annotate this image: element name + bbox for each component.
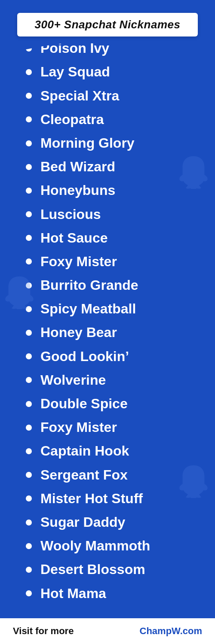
main-container: 300+ Snapchat Nicknames Heart SlayerPois… — [0, 0, 215, 644]
bullet-icon — [26, 330, 32, 336]
bullet-icon — [26, 472, 32, 478]
bullet-icon — [26, 543, 32, 549]
list-item: Bed Wizard — [26, 155, 198, 179]
bullet-icon — [26, 495, 32, 501]
footer: Visit for more ChampW.com — [0, 618, 215, 644]
list-item: Sergeant Fox — [26, 463, 198, 487]
bullet-icon — [26, 425, 32, 431]
nickname-text: Hot Mama — [40, 584, 106, 603]
bullet-icon — [26, 211, 32, 217]
nickname-text: Captain Hook — [40, 442, 129, 460]
list-item: Captain Hook — [26, 439, 198, 463]
footer-visit-label: Visit for more — [13, 626, 74, 637]
nickname-text: Special Xtra — [40, 87, 119, 105]
list-item: Wooly Mammoth — [26, 534, 198, 558]
bullet-icon — [26, 116, 32, 122]
snapchat-ghost-right — [176, 155, 211, 189]
list-item: Sugar Daddy — [26, 510, 198, 534]
banner-title: 300+ Snapchat Nicknames — [35, 18, 181, 31]
list-item: Foxy Mister — [26, 416, 198, 439]
bullet-icon — [26, 188, 32, 194]
list-item: Hot Sauce — [26, 226, 198, 250]
ribbon-banner: 300+ Snapchat Nicknames — [17, 13, 198, 36]
nickname-text: Wolverine — [40, 371, 106, 389]
nickname-text: Burrito Grande — [40, 276, 138, 295]
nickname-text: Bed Wizard — [40, 158, 115, 176]
bullet-icon — [26, 377, 32, 383]
list-item: Foxy Mister — [26, 250, 198, 273]
snapchat-ghost-right2 — [176, 464, 211, 498]
bullet-icon — [26, 448, 32, 454]
nickname-text: Hot Sauce — [40, 229, 108, 247]
bullet-icon — [26, 353, 32, 359]
bullet-icon — [26, 519, 32, 526]
nickname-text: Foxy Mister — [40, 252, 117, 271]
list-item: Mister Hot Stuff — [26, 487, 198, 510]
list-item: Lay Squad — [26, 60, 198, 84]
bullet-icon — [26, 401, 32, 407]
list-item: Morning Glory — [26, 131, 198, 155]
nickname-text: Morning Glory — [40, 134, 135, 152]
list-item: Burrito Grande — [26, 273, 198, 297]
footer-url[interactable]: ChampW.com — [140, 626, 202, 637]
list-item: Double Spice — [26, 392, 198, 416]
list-item: Special Xtra — [26, 84, 198, 108]
nickname-text: Good Lookin’ — [40, 347, 129, 366]
nickname-text: Sugar Daddy — [40, 513, 125, 532]
bullet-icon — [26, 235, 32, 241]
nickname-text: Foxy Mister — [40, 418, 117, 437]
list-item: Hot Mama — [26, 582, 198, 605]
list-item: Luscious — [26, 203, 198, 226]
bullet-icon — [26, 93, 32, 99]
nickname-text: Honey Bear — [40, 323, 117, 342]
nickname-text: Luscious — [40, 205, 101, 224]
bullet-icon — [26, 590, 32, 596]
list-item: Honey Bear — [26, 321, 198, 344]
bullet-icon — [26, 258, 32, 264]
nickname-text: Sergeant Fox — [40, 466, 128, 484]
nickname-text: Cleopatra — [40, 110, 104, 129]
nickname-text: Mister Hot Stuff — [40, 489, 143, 508]
nickname-text: Wooly Mammoth — [40, 537, 150, 555]
snapchat-ghost-left — [2, 275, 37, 309]
list-item: Spicy Meatball — [26, 297, 198, 321]
nickname-text: Double Spice — [40, 395, 128, 413]
list-item: Good Lookin’ — [26, 345, 198, 368]
bullet-icon — [26, 567, 32, 573]
nickname-text: Lay Squad — [40, 63, 110, 81]
nickname-text: Honeybuns — [40, 181, 115, 200]
list-item: Honeybuns — [26, 179, 198, 202]
bullet-icon — [26, 164, 32, 170]
nickname-text: Desert Blossom — [40, 560, 145, 579]
nickname-text: Spicy Meatball — [40, 300, 136, 318]
list-item: Wolverine — [26, 368, 198, 392]
list-item: Cleopatra — [26, 108, 198, 131]
list-item: Desert Blossom — [26, 558, 198, 581]
bullet-icon — [26, 140, 32, 146]
bullet-icon — [26, 69, 32, 75]
